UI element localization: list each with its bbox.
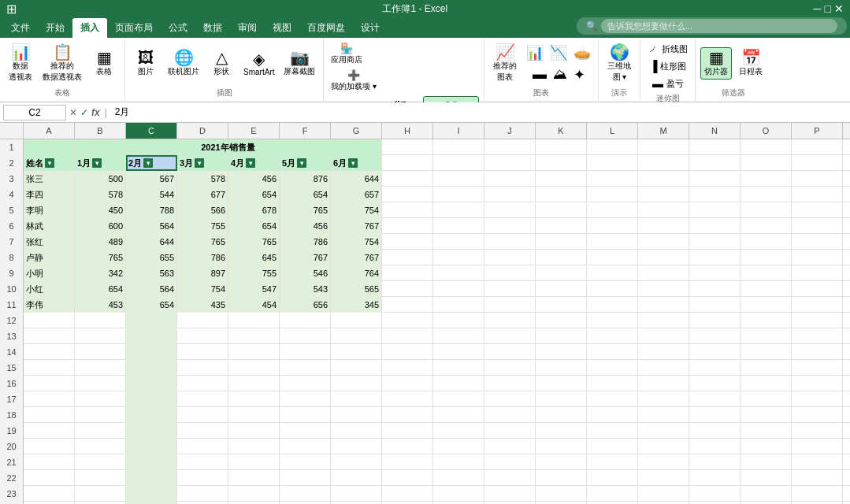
- cell-k7[interactable]: [536, 234, 587, 250]
- cell-m15[interactable]: [638, 360, 689, 376]
- cell-j22[interactable]: [484, 470, 536, 486]
- cell-d5[interactable]: 566: [177, 202, 228, 218]
- cell-m16[interactable]: [638, 376, 689, 391]
- shapes-btn[interactable]: △ 形状: [206, 48, 237, 79]
- cell-j7[interactable]: [484, 234, 536, 250]
- cell-b18[interactable]: [75, 407, 126, 423]
- cell-e21[interactable]: [228, 454, 280, 470]
- filter-jan-btn[interactable]: ▼: [92, 158, 102, 168]
- cell-m23[interactable]: [638, 486, 689, 502]
- cell-d2[interactable]: 3月 ▼: [177, 155, 228, 171]
- cell-c6[interactable]: 564: [126, 218, 177, 234]
- cell-a5[interactable]: 李明: [24, 202, 75, 218]
- cell-j16[interactable]: [484, 376, 536, 391]
- cell-p20[interactable]: [792, 439, 843, 454]
- cell-d9[interactable]: 897: [177, 265, 228, 281]
- cell-k17[interactable]: [536, 391, 587, 407]
- cell-d10[interactable]: 754: [177, 281, 228, 297]
- cell-n9[interactable]: [689, 265, 741, 281]
- cell-m3[interactable]: [638, 171, 689, 187]
- cell-o14[interactable]: [741, 344, 792, 360]
- cell-n3[interactable]: [689, 171, 741, 187]
- cell-p8[interactable]: [792, 250, 843, 265]
- screenshot-btn[interactable]: 📷 屏幕截图: [280, 48, 318, 79]
- cell-f8[interactable]: 767: [280, 250, 331, 265]
- cell-b13[interactable]: [75, 328, 126, 344]
- search-input[interactable]: [601, 19, 837, 33]
- filter-feb-btn[interactable]: ▼: [143, 158, 153, 168]
- cell-f2[interactable]: 5月 ▼: [280, 155, 331, 171]
- col-header-l[interactable]: L: [587, 123, 638, 139]
- cell-b16[interactable]: [75, 376, 126, 391]
- cell-l3[interactable]: [587, 171, 638, 187]
- cell-j4[interactable]: [484, 187, 536, 202]
- row-num-23[interactable]: 23: [0, 486, 24, 502]
- cell-c23[interactable]: [126, 486, 177, 502]
- cell-a23[interactable]: [24, 486, 75, 502]
- cell-i21[interactable]: [433, 454, 484, 470]
- cell-m21[interactable]: [638, 454, 689, 470]
- cell-l17[interactable]: [587, 391, 638, 407]
- cell-m6[interactable]: [638, 218, 689, 234]
- cell-i15[interactable]: [433, 360, 484, 376]
- cell-a3[interactable]: 张三: [24, 171, 75, 187]
- cell-g6[interactable]: 767: [331, 218, 382, 234]
- cell-n22[interactable]: [689, 470, 741, 486]
- maximize-btn[interactable]: □: [825, 2, 831, 15]
- filter-mar-btn[interactable]: ▼: [195, 158, 204, 168]
- cell-m1[interactable]: [638, 139, 689, 155]
- tab-view[interactable]: 视图: [265, 18, 299, 38]
- col-header-i[interactable]: I: [433, 123, 484, 139]
- cell-n15[interactable]: [689, 360, 741, 376]
- cell-n6[interactable]: [689, 218, 741, 234]
- cell-g11[interactable]: 345: [331, 297, 382, 313]
- name-box[interactable]: [3, 105, 66, 120]
- row-num-20[interactable]: 20: [0, 439, 24, 454]
- cell-f16[interactable]: [280, 376, 331, 391]
- tab-insert[interactable]: 插入: [72, 18, 107, 38]
- cell-g4[interactable]: 657: [331, 187, 382, 202]
- cell-a16[interactable]: [24, 376, 75, 391]
- cell-l8[interactable]: [587, 250, 638, 265]
- row-num-6[interactable]: 6: [0, 218, 24, 234]
- cell-c7[interactable]: 644: [126, 234, 177, 250]
- cell-g3[interactable]: 644: [331, 171, 382, 187]
- cell-f3[interactable]: 876: [280, 171, 331, 187]
- cell-e13[interactable]: [228, 328, 280, 344]
- cell-n23[interactable]: [689, 486, 741, 502]
- cell-k21[interactable]: [536, 454, 587, 470]
- cell-f22[interactable]: [280, 470, 331, 486]
- cell-j11[interactable]: [484, 297, 536, 313]
- cell-p13[interactable]: [792, 328, 843, 344]
- cell-m17[interactable]: [638, 391, 689, 407]
- slicer-btn[interactable]: ▦ 切片器: [700, 47, 732, 80]
- cell-h19[interactable]: [382, 423, 433, 439]
- cell-n14[interactable]: [689, 344, 741, 360]
- cell-j8[interactable]: [484, 250, 536, 265]
- col-header-b[interactable]: B: [75, 123, 126, 139]
- cell-a4[interactable]: 李四: [24, 187, 75, 202]
- win-loss-btn[interactable]: ▬ 盈亏: [650, 76, 686, 91]
- cell-d15[interactable]: [177, 360, 228, 376]
- cell-g18[interactable]: [331, 407, 382, 423]
- row-num-16[interactable]: 16: [0, 376, 24, 391]
- cell-b8[interactable]: 765: [75, 250, 126, 265]
- cell-d7[interactable]: 765: [177, 234, 228, 250]
- cell-b20[interactable]: [75, 439, 126, 454]
- cell-f21[interactable]: [280, 454, 331, 470]
- cell-a12[interactable]: [24, 313, 75, 328]
- cell-b19[interactable]: [75, 423, 126, 439]
- cell-j12[interactable]: [484, 313, 536, 328]
- cell-g20[interactable]: [331, 439, 382, 454]
- cell-n7[interactable]: [689, 234, 741, 250]
- cell-b22[interactable]: [75, 470, 126, 486]
- cell-a19[interactable]: [24, 423, 75, 439]
- bar-chart-btn[interactable]: ▬: [530, 65, 549, 85]
- cell-f13[interactable]: [280, 328, 331, 344]
- col-header-p[interactable]: P: [792, 123, 843, 139]
- cell-b7[interactable]: 489: [75, 234, 126, 250]
- timeline-btn[interactable]: 📅 日程表: [735, 48, 766, 79]
- row-num-12[interactable]: 12: [0, 313, 24, 328]
- cell-d14[interactable]: [177, 344, 228, 360]
- cell-p16[interactable]: [792, 376, 843, 391]
